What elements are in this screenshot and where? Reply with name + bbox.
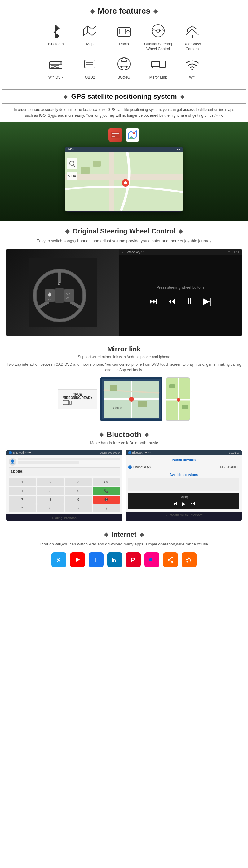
- svg-text:f: f: [94, 557, 97, 563]
- svg-rect-17: [51, 65, 54, 67]
- mirror-icon: [149, 55, 167, 73]
- available-list: [128, 478, 239, 491]
- svg-text:𝕏: 𝕏: [56, 557, 61, 563]
- svg-text:中文街道名: 中文街道名: [110, 406, 122, 409]
- key-4[interactable]: 4: [9, 487, 36, 495]
- radio-icon: [115, 22, 133, 40]
- bt-music-label: Bluetooth music interface: [126, 512, 242, 519]
- mirror-subtitle: Support wired mirror link with Android p…: [6, 355, 242, 359]
- contact-bar2: [18, 461, 79, 464]
- svg-rect-20: [85, 60, 95, 68]
- feature-map: Map: [76, 22, 104, 47]
- key-call[interactable]: 📞: [93, 487, 120, 495]
- key-6[interactable]: 6: [65, 487, 92, 495]
- available-title: Available devices: [128, 473, 239, 476]
- facebook-icon[interactable]: f: [88, 552, 104, 567]
- key-2[interactable]: 2: [37, 478, 64, 486]
- features-row-1: Bluetooth Map: [3, 22, 245, 52]
- key-down[interactable]: ↓: [93, 504, 120, 512]
- gps-diamond-left: ◆: [64, 93, 68, 100]
- 3g4g-label: 3G&4G: [118, 75, 130, 80]
- internet-diamond-left: ◆: [104, 531, 108, 538]
- key-end[interactable]: 📵: [93, 496, 120, 503]
- key-5[interactable]: 5: [37, 487, 64, 495]
- feature-rearview: Rear View Camera: [178, 22, 206, 52]
- linkedin-icon[interactable]: in: [107, 552, 122, 567]
- mirror-link-label: Mirror Link: [149, 75, 167, 80]
- steering-wheel-side: OK On/ Off ⌂: [6, 249, 119, 336]
- share-icon[interactable]: [163, 552, 178, 567]
- pause-icon: ⏸: [185, 296, 194, 306]
- svg-rect-70: [138, 401, 147, 407]
- bt-dial-body: 👤 10086 1 2 3 ⌫ 4 5 6 📞: [6, 456, 122, 515]
- phone-map: [166, 378, 190, 420]
- key-hash[interactable]: #: [65, 504, 92, 512]
- key-0[interactable]: 0: [37, 504, 64, 512]
- contact-icon: 👤: [9, 458, 16, 466]
- svg-rect-75: [182, 404, 188, 409]
- pairing-title: Paired devices: [128, 458, 239, 462]
- svg-text:Off: Off: [66, 297, 69, 299]
- diamond-right-icon: ◆: [153, 8, 158, 14]
- music-screen-header: ⌂ Wheelkey St... □ 00:0: [119, 249, 242, 255]
- key-3[interactable]: 3: [65, 478, 92, 486]
- gps-title: GPS satellite positioning system: [71, 93, 177, 101]
- bt-subtitle: Make hands free call/ Buletooth music: [6, 440, 242, 445]
- social-icons-row: 𝕏 f in P: [6, 552, 242, 567]
- svg-rect-29: [160, 61, 165, 68]
- internet-title: ◆ Internet ◆: [6, 531, 242, 538]
- gps-header: ◆ GPS satellite positioning system ◆: [2, 89, 246, 104]
- svg-rect-35: [112, 135, 116, 135]
- maps-logo: [126, 128, 140, 142]
- key-1[interactable]: 1: [9, 478, 36, 486]
- bt-diamond-left: ◆: [99, 431, 104, 438]
- steering-title: ◆ Original Steering Wheel Control ◆: [6, 227, 242, 235]
- key-8[interactable]: 8: [37, 496, 64, 503]
- bt-diamond-right: ◆: [144, 431, 149, 438]
- svg-rect-40: [81, 167, 90, 174]
- key-9[interactable]: 9: [65, 496, 92, 503]
- gps-screen-topbar: 14:30 ●●: [65, 147, 183, 152]
- steering-subtitle: Easy to switch songs,channels and adiust…: [6, 238, 242, 244]
- internet-section: ◆ Internet ◆ Through wifi,you can watch …: [0, 524, 248, 570]
- diamond-left-icon: ◆: [90, 8, 95, 14]
- next-btn[interactable]: ⏭: [190, 501, 195, 507]
- mirror-title: Mirror link: [6, 345, 242, 353]
- dial-keypad: 1 2 3 ⌫ 4 5 6 📞 7 8 9 📵 * 0 # ↓: [9, 478, 120, 512]
- feature-mirror-link: Mirror Link: [144, 55, 172, 80]
- wifi-icon: [183, 55, 202, 73]
- svg-text:in: in: [112, 558, 116, 563]
- flickr-icon[interactable]: [144, 552, 160, 567]
- twitter-icon[interactable]: 𝕏: [51, 552, 66, 567]
- mirror-label-line2: MIRRORING READY: [63, 396, 93, 400]
- prev-btn[interactable]: ⏮: [172, 501, 177, 507]
- bt-pairing-body: Paired devices 🔵 iPhoneSa (2) 06F76/BA00…: [126, 456, 242, 512]
- app-logos: [108, 128, 140, 142]
- svg-rect-34: [112, 133, 119, 134]
- steering-image: OK On/ Off ⌂ ⌂ Wheelkey St... □ 00:0 Pre…: [6, 249, 242, 336]
- gps-map: 500m: [65, 152, 183, 211]
- key-star[interactable]: *: [9, 504, 36, 512]
- svg-line-89: [169, 560, 172, 562]
- steering-icon: [149, 22, 167, 40]
- mirror-connect-icons: [63, 400, 93, 406]
- contact-bar: [18, 458, 120, 460]
- bt-screens-container: 🔵 Bluetooth ▪▪ ▪▪▪ 29:58 ⊙⊙⊙⊙⊙ 👤 10086 1: [6, 450, 242, 521]
- rss-icon[interactable]: [182, 552, 197, 567]
- svg-rect-30: [152, 67, 153, 68]
- pinterest-icon[interactable]: P: [126, 552, 141, 567]
- feature-3g4g: 3G&4G: [110, 55, 138, 80]
- key-del[interactable]: ⌫: [93, 478, 120, 486]
- play-btn[interactable]: ▶: [182, 501, 186, 507]
- youtube-icon[interactable]: [70, 552, 85, 567]
- svg-point-19: [61, 62, 62, 64]
- svg-point-8: [127, 30, 129, 33]
- internet-diamond-right: ◆: [140, 531, 144, 538]
- key-7[interactable]: 7: [9, 496, 36, 503]
- bluetooth-section: ◆ Bluetooth ◆ Make hands free call/ Bule…: [0, 424, 248, 524]
- radio-label: Radio: [119, 42, 129, 47]
- bt-dial-header: 🔵 Bluetooth ▪▪ ▪▪▪ 29:58 ⊙⊙⊙⊙⊙: [6, 450, 122, 456]
- wifi-dvr-label: Wifi DVR: [48, 75, 64, 80]
- bluetooth-icon: [46, 22, 65, 40]
- bt-title: ◆ Bluetooth ◆: [6, 430, 242, 439]
